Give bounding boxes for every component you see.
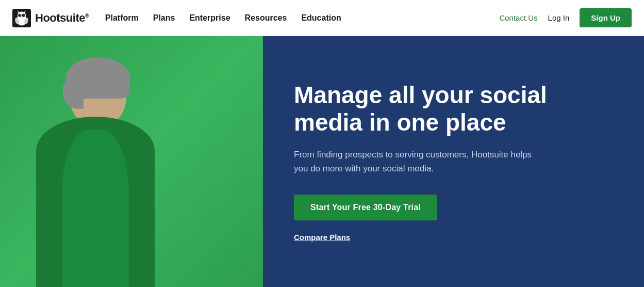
nav-enterprise[interactable]: Enterprise (189, 13, 230, 23)
nav-links: Platform Plans Enterprise Resources Educ… (105, 13, 341, 23)
hootsuite-owl-icon (12, 9, 31, 27)
person-hair-side (63, 78, 84, 109)
login-link[interactable]: Log In (548, 13, 570, 22)
hero-image-panel (0, 36, 263, 287)
nav-plans[interactable]: Plans (153, 13, 175, 23)
hero-subtext: From finding prospects to serving custom… (294, 148, 541, 176)
svg-point-7 (22, 13, 25, 17)
nav-resources[interactable]: Resources (245, 13, 287, 23)
signup-button[interactable]: Sign Up (580, 8, 632, 27)
nav-platform[interactable]: Platform (105, 13, 139, 23)
navbar-right: Contact Us Log In Sign Up (499, 8, 632, 27)
navbar: Hootsuite® Platform Plans Enterprise Res… (0, 0, 644, 36)
hero-heading: Manage all your social media in one plac… (294, 82, 583, 136)
hero-section: Manage all your social media in one plac… (0, 36, 644, 287)
trial-cta-button[interactable]: Start Your Free 30-Day Trial (294, 195, 437, 220)
logo[interactable]: Hootsuite® (12, 9, 89, 27)
compare-plans-link[interactable]: Compare Plans (294, 233, 613, 242)
contact-us-link[interactable]: Contact Us (499, 13, 537, 22)
navbar-left: Hootsuite® Platform Plans Enterprise Res… (12, 9, 341, 27)
hero-person-figure (21, 50, 175, 287)
hero-content: Manage all your social media in one plac… (263, 36, 644, 287)
person-body-inner (62, 130, 129, 287)
svg-point-5 (18, 13, 21, 17)
svg-point-6 (20, 14, 21, 15)
logo-text: Hootsuite® (35, 11, 89, 25)
nav-education[interactable]: Education (301, 13, 341, 23)
svg-point-8 (24, 14, 25, 15)
